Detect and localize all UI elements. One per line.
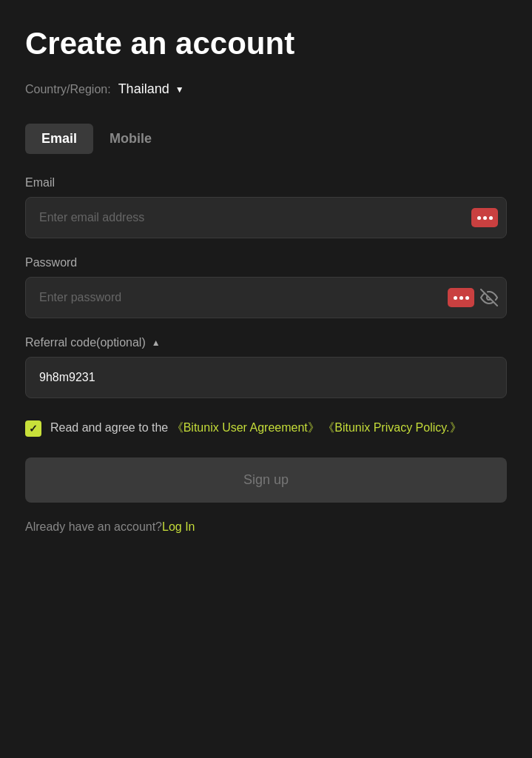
password-input-wrapper bbox=[25, 277, 507, 318]
password-input[interactable] bbox=[25, 277, 507, 318]
dots-icon-email[interactable] bbox=[471, 208, 498, 227]
chevron-down-icon: ▼ bbox=[175, 84, 184, 95]
tab-row: Email Mobile bbox=[25, 124, 507, 154]
agree-pre-text: Read and agree to the bbox=[50, 421, 172, 434]
user-agreement-link[interactable]: 《Bitunix User Agreement》 bbox=[172, 421, 320, 434]
email-input[interactable] bbox=[25, 197, 507, 238]
country-label: Country/Region: bbox=[25, 83, 111, 96]
password-section: Password bbox=[25, 256, 507, 318]
agree-checkbox[interactable]: ✓ bbox=[25, 420, 41, 437]
referral-label-row: Referral code(optional) ▲ bbox=[25, 336, 507, 349]
country-value: Thailand bbox=[118, 81, 169, 97]
password-label: Password bbox=[25, 256, 507, 269]
country-row: Country/Region: Thailand ▼ bbox=[25, 81, 507, 97]
email-section: Email bbox=[25, 176, 507, 238]
email-icon-area bbox=[471, 208, 498, 227]
page-title: Create an account bbox=[25, 27, 507, 61]
tab-email[interactable]: Email bbox=[25, 124, 93, 154]
country-selector[interactable]: Thailand ▼ bbox=[118, 81, 184, 97]
privacy-policy-link[interactable]: 《Bitunix Privacy Policy.》 bbox=[323, 421, 461, 434]
tab-mobile[interactable]: Mobile bbox=[93, 124, 168, 154]
referral-collapse-icon[interactable]: ▲ bbox=[152, 338, 161, 348]
checkmark-icon: ✓ bbox=[29, 423, 38, 435]
referral-input[interactable] bbox=[25, 357, 507, 398]
agree-text: Read and agree to the 《Bitunix User Agre… bbox=[50, 419, 462, 437]
signup-button[interactable]: Sign up bbox=[25, 457, 507, 503]
email-input-wrapper bbox=[25, 197, 507, 238]
password-icon-area bbox=[448, 288, 498, 307]
login-row: Already have an account?Log In bbox=[25, 520, 507, 534]
login-prompt-text: Already have an account? bbox=[25, 520, 162, 533]
email-label: Email bbox=[25, 176, 507, 190]
agree-row: ✓ Read and agree to the 《Bitunix User Ag… bbox=[25, 419, 507, 437]
referral-label: Referral code(optional) bbox=[25, 336, 146, 349]
checkbox-custom[interactable]: ✓ bbox=[25, 420, 41, 437]
toggle-password-icon[interactable] bbox=[480, 289, 498, 306]
login-link[interactable]: Log In bbox=[162, 520, 195, 533]
dots-icon-password[interactable] bbox=[448, 288, 474, 307]
